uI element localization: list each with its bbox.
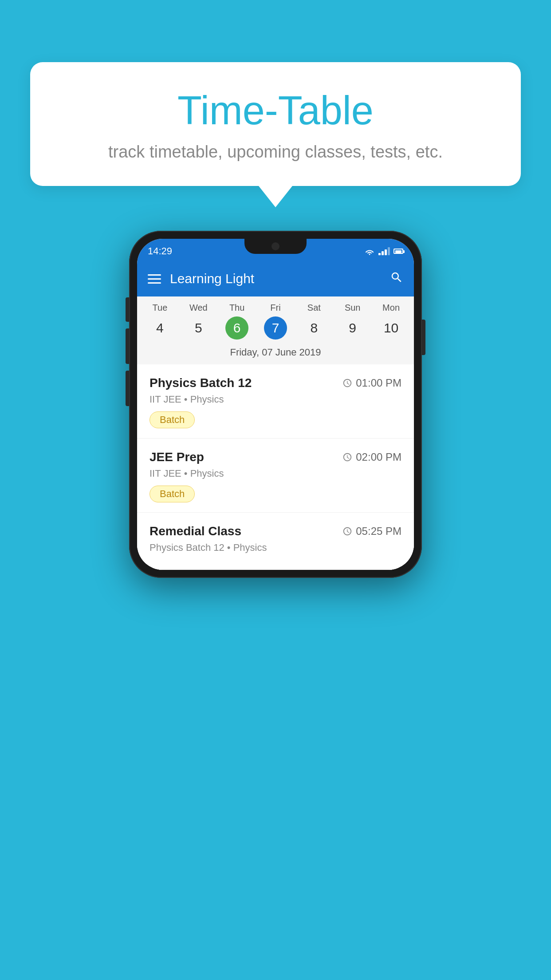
schedule-item-1[interactable]: JEE Prep 02:00 PM IIT JEE • Physics Batc… xyxy=(137,439,414,513)
schedule-item-2-title: Remedial Class xyxy=(150,524,241,538)
schedule-item-1-header: JEE Prep 02:00 PM xyxy=(150,450,401,464)
hamburger-menu-button[interactable] xyxy=(148,274,161,284)
search-icon[interactable] xyxy=(390,271,403,287)
day-header-5: Sun xyxy=(333,303,372,313)
phone-notch xyxy=(244,239,307,254)
calendar-day-8[interactable]: 8 xyxy=(295,316,333,340)
volume-down-button xyxy=(126,371,129,406)
day-numbers-row: 4 5 6 7 8 9 10 xyxy=(137,315,414,344)
schedule-item-0-badge: Batch xyxy=(150,411,195,428)
calendar-day-5[interactable]: 5 xyxy=(179,316,218,340)
speech-bubble-arrow xyxy=(259,186,292,207)
day-header-3: Fri xyxy=(256,303,295,313)
power-button xyxy=(422,320,425,355)
calendar-section: Tue Wed Thu Fri Sat Sun Mon 4 5 6 7 8 9 … xyxy=(137,296,414,364)
day-header-0: Tue xyxy=(141,303,179,313)
schedule-item-0-subtitle: IIT JEE • Physics xyxy=(150,394,401,405)
schedule-item-2-time-container: 05:25 PM xyxy=(342,525,401,537)
phone-mockup: 14:29 xyxy=(30,231,521,578)
speech-bubble-section: Time-Table track timetable, upcoming cla… xyxy=(30,62,521,207)
schedule-item-2-header: Remedial Class 05:25 PM xyxy=(150,524,401,538)
clock-icon-0 xyxy=(342,378,352,388)
front-camera xyxy=(272,242,279,250)
clock-icon-1 xyxy=(342,452,352,462)
signal-icon xyxy=(378,247,390,255)
schedule-item-0-title: Physics Batch 12 xyxy=(150,376,252,390)
schedule-item-0-time: 01:00 PM xyxy=(356,377,401,389)
day-header-6: Mon xyxy=(372,303,410,313)
calendar-day-6-today[interactable]: 6 xyxy=(225,316,248,340)
schedule-item-1-time-container: 02:00 PM xyxy=(342,451,401,463)
selected-date-label: Friday, 07 June 2019 xyxy=(137,344,414,364)
wifi-icon xyxy=(364,247,375,255)
schedule-item-1-title: JEE Prep xyxy=(150,450,204,464)
status-time: 14:29 xyxy=(148,245,172,257)
hamburger-line-1 xyxy=(148,274,161,276)
speech-bubble: Time-Table track timetable, upcoming cla… xyxy=(30,62,521,186)
calendar-day-10[interactable]: 10 xyxy=(372,316,410,340)
feature-subtitle: track timetable, upcoming classes, tests… xyxy=(57,142,494,162)
phone-frame: 14:29 xyxy=(129,231,422,578)
day-header-4: Sat xyxy=(295,303,333,313)
schedule-item-1-time: 02:00 PM xyxy=(356,451,401,463)
calendar-day-4[interactable]: 4 xyxy=(141,316,179,340)
app-bar: Learning Light xyxy=(137,261,414,296)
schedule-item-1-subtitle: IIT JEE • Physics xyxy=(150,468,401,479)
schedule-item-0-time-container: 01:00 PM xyxy=(342,377,401,389)
volume-up-button xyxy=(126,328,129,364)
schedule-list: Physics Batch 12 01:00 PM IIT JEE • Phys… xyxy=(137,364,414,570)
app-title: Learning Light xyxy=(170,271,381,286)
hamburger-line-2 xyxy=(148,278,161,280)
battery-icon xyxy=(394,249,403,254)
schedule-item-2[interactable]: Remedial Class 05:25 PM Physics Batch 12… xyxy=(137,513,414,570)
schedule-item-0-header: Physics Batch 12 01:00 PM xyxy=(150,376,401,390)
schedule-item-2-time: 05:25 PM xyxy=(356,525,401,537)
calendar-day-9[interactable]: 9 xyxy=(333,316,372,340)
schedule-item-0[interactable]: Physics Batch 12 01:00 PM IIT JEE • Phys… xyxy=(137,364,414,439)
hamburger-line-3 xyxy=(148,282,161,284)
day-headers-row: Tue Wed Thu Fri Sat Sun Mon xyxy=(137,296,414,315)
calendar-day-7-selected[interactable]: 7 xyxy=(264,316,287,340)
status-icons xyxy=(364,247,403,255)
phone-screen: 14:29 xyxy=(137,239,414,570)
day-header-2: Thu xyxy=(218,303,256,313)
schedule-item-2-subtitle: Physics Batch 12 • Physics xyxy=(150,542,401,553)
schedule-item-1-badge: Batch xyxy=(150,486,195,502)
day-header-1: Wed xyxy=(179,303,218,313)
feature-title: Time-Table xyxy=(57,89,494,133)
clock-icon-2 xyxy=(342,526,352,536)
volume-silent-button xyxy=(126,297,129,322)
